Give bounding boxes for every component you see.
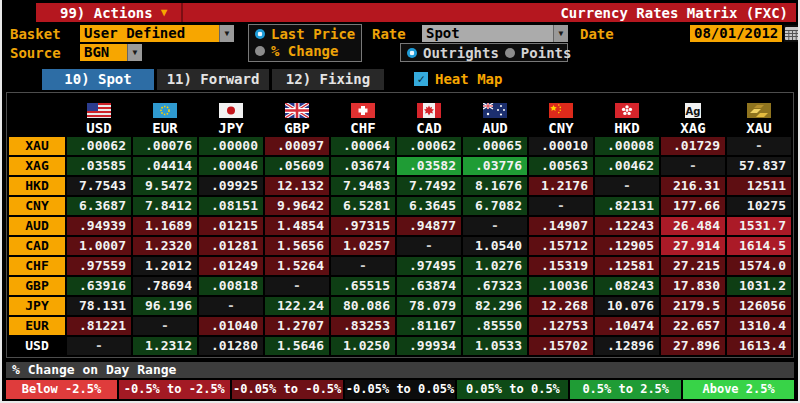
cell-cad-eur[interactable]: 1.2320	[133, 237, 197, 255]
cell-aud-hkd[interactable]: .12243	[595, 217, 659, 235]
cell-hkd-xag[interactable]: 216.31	[661, 177, 725, 195]
cell-xau-aud[interactable]: .00065	[463, 137, 527, 155]
cell-xau-jpy[interactable]: .00000	[199, 137, 263, 155]
cell-aud-chf[interactable]: .97315	[331, 217, 395, 235]
cell-aud-aud[interactable]: -	[463, 217, 527, 235]
radio-option-last-price[interactable]: Last Price	[249, 25, 361, 42]
cell-xag-cny[interactable]: .00563	[529, 157, 593, 175]
row-label-chf[interactable]: CHF	[9, 257, 65, 275]
row-label-eur[interactable]: EUR	[9, 317, 65, 335]
cell-eur-xag[interactable]: 22.657	[661, 317, 725, 335]
cell-chf-gbp[interactable]: 1.5264	[265, 257, 329, 275]
column-header-eur[interactable]: EUR	[133, 95, 197, 135]
cell-chf-hkd[interactable]: .12581	[595, 257, 659, 275]
cell-hkd-eur[interactable]: 9.5472	[133, 177, 197, 195]
cell-xau-cad[interactable]: .00062	[397, 137, 461, 155]
cell-xau-chf[interactable]: .00064	[331, 137, 395, 155]
cell-usd-usd[interactable]: -	[67, 337, 131, 355]
cell-cad-cad[interactable]: -	[397, 237, 461, 255]
date-field[interactable]: 08/01/2012	[690, 25, 782, 42]
cell-chf-cny[interactable]: .15319	[529, 257, 593, 275]
cell-cad-jpy[interactable]: .01281	[199, 237, 263, 255]
cell-cad-cny[interactable]: .15712	[529, 237, 593, 255]
cell-aud-xau[interactable]: 1531.7	[727, 217, 791, 235]
chevron-down-icon[interactable]: ▼	[553, 25, 568, 42]
radio-option-outrights[interactable]: Outrights	[401, 44, 499, 61]
tab-fixing[interactable]: 12) Fixing	[272, 69, 384, 90]
cell-jpy-eur[interactable]: 96.196	[133, 297, 197, 315]
cell-xag-xag[interactable]: -	[661, 157, 725, 175]
cell-cad-xau[interactable]: 1614.5	[727, 237, 791, 255]
cell-hkd-chf[interactable]: 7.9483	[331, 177, 395, 195]
rate-select[interactable]: Spot ▼	[422, 25, 568, 42]
cell-chf-jpy[interactable]: .01249	[199, 257, 263, 275]
cell-usd-eur[interactable]: 1.2312	[133, 337, 197, 355]
cell-jpy-cny[interactable]: 12.268	[529, 297, 593, 315]
column-header-usd[interactable]: USD	[67, 95, 131, 135]
cell-hkd-cny[interactable]: 1.2176	[529, 177, 593, 195]
cell-xau-eur[interactable]: .00076	[133, 137, 197, 155]
cell-chf-eur[interactable]: 1.2012	[133, 257, 197, 275]
column-header-gbp[interactable]: GBP	[265, 95, 329, 135]
cell-xag-cad[interactable]: .03582	[397, 157, 461, 175]
cell-eur-chf[interactable]: .83253	[331, 317, 395, 335]
cell-eur-aud[interactable]: .85550	[463, 317, 527, 335]
cell-hkd-xau[interactable]: 12511	[727, 177, 791, 195]
cell-cny-eur[interactable]: 7.8412	[133, 197, 197, 215]
cell-cad-usd[interactable]: 1.0007	[67, 237, 131, 255]
cell-hkd-jpy[interactable]: .09925	[199, 177, 263, 195]
cell-jpy-xau[interactable]: 126056	[727, 297, 791, 315]
cell-chf-chf[interactable]: -	[331, 257, 395, 275]
cell-aud-usd[interactable]: .94939	[67, 217, 131, 235]
source-select[interactable]: BGN ▼	[80, 44, 142, 61]
radio-option--change[interactable]: % Change	[249, 42, 361, 59]
cell-cny-aud[interactable]: 6.7082	[463, 197, 527, 215]
cell-usd-jpy[interactable]: .01280	[199, 337, 263, 355]
cell-usd-gbp[interactable]: 1.5646	[265, 337, 329, 355]
cell-xag-aud[interactable]: .03776	[463, 157, 527, 175]
cell-cny-gbp[interactable]: 9.9642	[265, 197, 329, 215]
cell-usd-hkd[interactable]: .12896	[595, 337, 659, 355]
cell-cny-cad[interactable]: 6.3645	[397, 197, 461, 215]
cell-xag-hkd[interactable]: .00462	[595, 157, 659, 175]
cell-usd-xau[interactable]: 1613.4	[727, 337, 791, 355]
radio-unselected-icon[interactable]	[505, 48, 515, 58]
row-label-gbp[interactable]: GBP	[9, 277, 65, 295]
cell-xag-xau[interactable]: 57.837	[727, 157, 791, 175]
cell-cny-hkd[interactable]: .82131	[595, 197, 659, 215]
cell-chf-xau[interactable]: 1574.0	[727, 257, 791, 275]
cell-cad-chf[interactable]: 1.0257	[331, 237, 395, 255]
radio-unselected-icon[interactable]	[255, 46, 265, 56]
cell-chf-usd[interactable]: .97559	[67, 257, 131, 275]
cell-xau-xag[interactable]: .01729	[661, 137, 725, 155]
cell-jpy-jpy[interactable]: -	[199, 297, 263, 315]
cell-xag-gbp[interactable]: .05609	[265, 157, 329, 175]
cell-aud-eur[interactable]: 1.1689	[133, 217, 197, 235]
column-header-xag[interactable]: AgXAG	[661, 95, 725, 135]
cell-usd-chf[interactable]: 1.0250	[331, 337, 395, 355]
cell-eur-usd[interactable]: .81221	[67, 317, 131, 335]
row-label-cad[interactable]: CAD	[9, 237, 65, 255]
cell-jpy-gbp[interactable]: 122.24	[265, 297, 329, 315]
row-label-hkd[interactable]: HKD	[9, 177, 65, 195]
cell-jpy-xag[interactable]: 2179.5	[661, 297, 725, 315]
cell-eur-gbp[interactable]: 1.2707	[265, 317, 329, 335]
cell-xag-jpy[interactable]: .00046	[199, 157, 263, 175]
cell-gbp-gbp[interactable]: -	[265, 277, 329, 295]
cell-gbp-hkd[interactable]: .08243	[595, 277, 659, 295]
cell-hkd-gbp[interactable]: 12.132	[265, 177, 329, 195]
tab-forward[interactable]: 11) Forward	[157, 69, 269, 90]
cell-aud-xag[interactable]: 26.484	[661, 217, 725, 235]
cell-aud-cad[interactable]: .94877	[397, 217, 461, 235]
cell-gbp-xau[interactable]: 1031.2	[727, 277, 791, 295]
cell-cad-xag[interactable]: 27.914	[661, 237, 725, 255]
cell-hkd-usd[interactable]: 7.7543	[67, 177, 131, 195]
cell-cny-usd[interactable]: 6.3687	[67, 197, 131, 215]
cell-eur-jpy[interactable]: .01040	[199, 317, 263, 335]
cell-gbp-chf[interactable]: .65515	[331, 277, 395, 295]
cell-hkd-aud[interactable]: 8.1676	[463, 177, 527, 195]
cell-jpy-cad[interactable]: 78.079	[397, 297, 461, 315]
tab-spot[interactable]: 10) Spot	[42, 69, 154, 90]
cell-gbp-cad[interactable]: .63874	[397, 277, 461, 295]
row-label-xau[interactable]: XAU	[9, 137, 65, 155]
